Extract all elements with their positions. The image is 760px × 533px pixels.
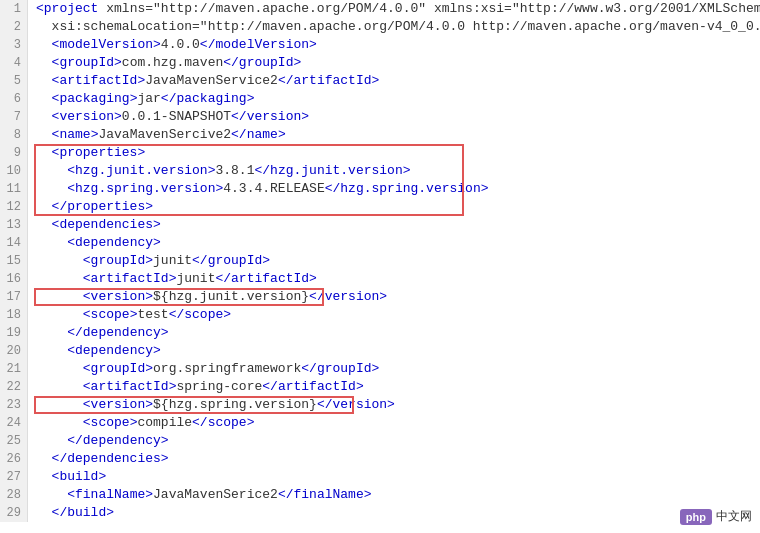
line-content: <build>: [28, 468, 760, 486]
line-content: <artifactId>junit</artifactId>: [28, 270, 760, 288]
line-content: <groupId>junit</groupId>: [28, 252, 760, 270]
table-row: 9 <properties>: [0, 144, 760, 162]
line-content: <version>${hzg.spring.version}</version>: [28, 396, 760, 414]
table-row: 26 </dependencies>: [0, 450, 760, 468]
table-row: 3 <modelVersion>4.0.0</modelVersion>: [0, 36, 760, 54]
table-row: 28 <finalName>JavaMavenSerice2</finalNam…: [0, 486, 760, 504]
line-number: 1: [0, 0, 28, 18]
line-content: </dependency>: [28, 324, 760, 342]
table-row: 23 <version>${hzg.spring.version}</versi…: [0, 396, 760, 414]
table-row: 22 <artifactId>spring-core</artifactId>: [0, 378, 760, 396]
line-content: xsi:schemaLocation="http://maven.apache.…: [28, 18, 760, 36]
line-number: 20: [0, 342, 28, 360]
table-row: 20 <dependency>: [0, 342, 760, 360]
line-number: 8: [0, 126, 28, 144]
table-row: 21 <groupId>org.springframework</groupId…: [0, 360, 760, 378]
line-number: 18: [0, 306, 28, 324]
table-row: 27 <build>: [0, 468, 760, 486]
table-row: 16 <artifactId>junit</artifactId>: [0, 270, 760, 288]
line-content: <finalName>JavaMavenSerice2</finalName>: [28, 486, 760, 504]
table-row: 10 <hzg.junit.version>3.8.1</hzg.junit.v…: [0, 162, 760, 180]
line-number: 12: [0, 198, 28, 216]
table-row: 1<project xmlns="http://maven.apache.org…: [0, 0, 760, 18]
table-row: 29 </build>: [0, 504, 760, 522]
line-content: </build>: [28, 504, 760, 522]
line-content: <groupId>com.hzg.maven</groupId>: [28, 54, 760, 72]
watermark: php 中文网: [680, 508, 752, 525]
line-content: <hzg.junit.version>3.8.1</hzg.junit.vers…: [28, 162, 760, 180]
line-content: <hzg.spring.version>4.3.4.RELEASE</hzg.s…: [28, 180, 760, 198]
line-content: <version>${hzg.junit.version}</version>: [28, 288, 760, 306]
line-number: 15: [0, 252, 28, 270]
table-row: 2 xsi:schemaLocation="http://maven.apach…: [0, 18, 760, 36]
line-content: <modelVersion>4.0.0</modelVersion>: [28, 36, 760, 54]
php-badge: php: [680, 509, 712, 525]
line-content: <name>JavaMavenSercive2</name>: [28, 126, 760, 144]
table-row: 15 <groupId>junit</groupId>: [0, 252, 760, 270]
line-number: 26: [0, 450, 28, 468]
table-row: 12 </properties>: [0, 198, 760, 216]
line-content: <project xmlns="http://maven.apache.org/…: [28, 0, 760, 18]
line-content: <groupId>org.springframework</groupId>: [28, 360, 760, 378]
line-content: </dependency>: [28, 432, 760, 450]
code-container: 1<project xmlns="http://maven.apache.org…: [0, 0, 760, 533]
line-number: 11: [0, 180, 28, 198]
line-content: <dependency>: [28, 342, 760, 360]
line-number: 6: [0, 90, 28, 108]
line-content: <dependencies>: [28, 216, 760, 234]
line-number: 5: [0, 72, 28, 90]
table-row: 24 <scope>compile</scope>: [0, 414, 760, 432]
line-content: <properties>: [28, 144, 760, 162]
line-number: 7: [0, 108, 28, 126]
line-number: 23: [0, 396, 28, 414]
line-content: <version>0.0.1-SNAPSHOT</version>: [28, 108, 760, 126]
table-row: 11 <hzg.spring.version>4.3.4.RELEASE</hz…: [0, 180, 760, 198]
code-lines: 1<project xmlns="http://maven.apache.org…: [0, 0, 760, 522]
line-content: <scope>test</scope>: [28, 306, 760, 324]
line-number: 16: [0, 270, 28, 288]
line-number: 24: [0, 414, 28, 432]
table-row: 19 </dependency>: [0, 324, 760, 342]
line-number: 10: [0, 162, 28, 180]
table-row: 5 <artifactId>JavaMavenService2</artifac…: [0, 72, 760, 90]
line-content: </properties>: [28, 198, 760, 216]
table-row: 14 <dependency>: [0, 234, 760, 252]
table-row: 4 <groupId>com.hzg.maven</groupId>: [0, 54, 760, 72]
line-number: 28: [0, 486, 28, 504]
line-content: <dependency>: [28, 234, 760, 252]
table-row: 6 <packaging>jar</packaging>: [0, 90, 760, 108]
line-number: 9: [0, 144, 28, 162]
line-number: 3: [0, 36, 28, 54]
line-number: 27: [0, 468, 28, 486]
line-content: <scope>compile</scope>: [28, 414, 760, 432]
line-number: 19: [0, 324, 28, 342]
line-content: <artifactId>spring-core</artifactId>: [28, 378, 760, 396]
table-row: 7 <version>0.0.1-SNAPSHOT</version>: [0, 108, 760, 126]
table-row: 18 <scope>test</scope>: [0, 306, 760, 324]
line-number: 17: [0, 288, 28, 306]
watermark-site: 中文网: [716, 508, 752, 525]
table-row: 8 <name>JavaMavenSercive2</name>: [0, 126, 760, 144]
line-content: <artifactId>JavaMavenService2</artifactI…: [28, 72, 760, 90]
line-number: 14: [0, 234, 28, 252]
line-number: 4: [0, 54, 28, 72]
line-number: 22: [0, 378, 28, 396]
table-row: 13 <dependencies>: [0, 216, 760, 234]
line-content: </dependencies>: [28, 450, 760, 468]
table-row: 25 </dependency>: [0, 432, 760, 450]
line-content: <packaging>jar</packaging>: [28, 90, 760, 108]
table-row: 17 <version>${hzg.junit.version}</versio…: [0, 288, 760, 306]
line-number: 29: [0, 504, 28, 522]
line-number: 25: [0, 432, 28, 450]
line-number: 13: [0, 216, 28, 234]
line-number: 2: [0, 18, 28, 36]
line-number: 21: [0, 360, 28, 378]
